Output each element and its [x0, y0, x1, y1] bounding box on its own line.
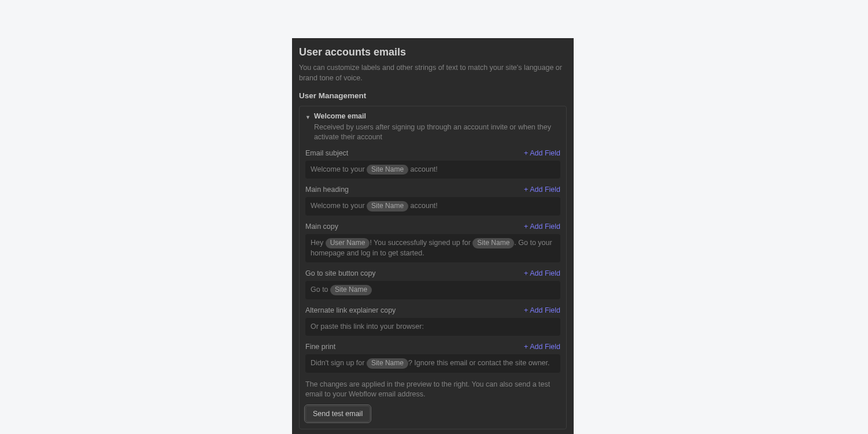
field-label: Go to site button copy — [305, 269, 376, 277]
add-field-link[interactable]: + Add Field — [524, 306, 560, 314]
field-row-main-copy: Main copy + Add Field — [305, 222, 560, 231]
site-name-token[interactable]: Site Name — [367, 165, 408, 175]
field-row-main-heading: Main heading + Add Field — [305, 186, 560, 194]
card-title: Welcome email — [314, 112, 560, 120]
text-part: Or paste this link into your browser: — [311, 322, 424, 331]
welcome-email-card: ▼ Welcome email Received by users after … — [299, 106, 567, 429]
card-subtitle: Received by users after signing up throu… — [314, 123, 560, 142]
panel-description: You can customize labels and other strin… — [299, 63, 567, 83]
field-label: Main copy — [305, 222, 338, 231]
text-part: Hey — [311, 239, 326, 247]
card-header-text: Welcome email Received by users after si… — [314, 112, 560, 142]
add-field-link[interactable]: + Add Field — [524, 222, 560, 231]
main-heading-input[interactable]: Welcome to your Site Name account! — [305, 197, 560, 216]
field-label: Email subject — [305, 149, 348, 157]
preview-note: The changes are applied in the preview t… — [305, 380, 560, 400]
site-name-token[interactable]: Site Name — [367, 201, 408, 212]
field-label: Main heading — [305, 186, 349, 194]
go-to-site-input[interactable]: Go to Site Name — [305, 281, 560, 299]
chevron-down-icon[interactable]: ▼ — [305, 114, 311, 120]
site-name-token[interactable]: Site Name — [330, 285, 372, 295]
text-part: Welcome to your — [311, 202, 367, 210]
field-row-email-subject: Email subject + Add Field — [305, 149, 560, 157]
text-part: account! — [408, 202, 438, 210]
fine-print-input[interactable]: Didn't sign up for Site Name? Ignore thi… — [305, 354, 560, 373]
text-part: ? Ignore this email or contact the site … — [408, 359, 550, 367]
site-name-token[interactable]: Site Name — [472, 238, 514, 248]
user-name-token[interactable]: User Name — [326, 238, 370, 248]
text-part: account! — [408, 165, 438, 173]
card-header: ▼ Welcome email Received by users after … — [305, 112, 560, 142]
field-label: Fine print — [305, 343, 335, 351]
section-heading: User Management — [299, 91, 567, 100]
add-field-link[interactable]: + Add Field — [524, 269, 560, 277]
alt-link-input[interactable]: Or paste this link into your browser: — [305, 318, 560, 336]
field-row-fine-print: Fine print + Add Field — [305, 343, 560, 351]
add-field-link[interactable]: + Add Field — [524, 343, 560, 351]
add-field-link[interactable]: + Add Field — [524, 149, 560, 157]
user-accounts-emails-panel: User accounts emails You can customize l… — [292, 38, 574, 434]
field-row-alt-link: Alternate link explainer copy + Add Fiel… — [305, 306, 560, 314]
text-part: Welcome to your — [311, 165, 367, 173]
email-subject-input[interactable]: Welcome to your Site Name account! — [305, 161, 560, 179]
add-field-link[interactable]: + Add Field — [524, 186, 560, 194]
main-copy-input[interactable]: Hey User Name! You successfully signed u… — [305, 234, 560, 262]
field-label: Alternate link explainer copy — [305, 306, 396, 314]
text-part: Go to — [311, 285, 330, 294]
text-part: Didn't sign up for — [311, 359, 367, 367]
send-test-email-button[interactable]: Send test email — [305, 406, 370, 422]
panel-title: User accounts emails — [299, 46, 567, 58]
text-part: ! You successfully signed up for — [370, 239, 472, 247]
site-name-token[interactable]: Site Name — [367, 358, 408, 369]
field-row-go-to-site: Go to site button copy + Add Field — [305, 269, 560, 277]
